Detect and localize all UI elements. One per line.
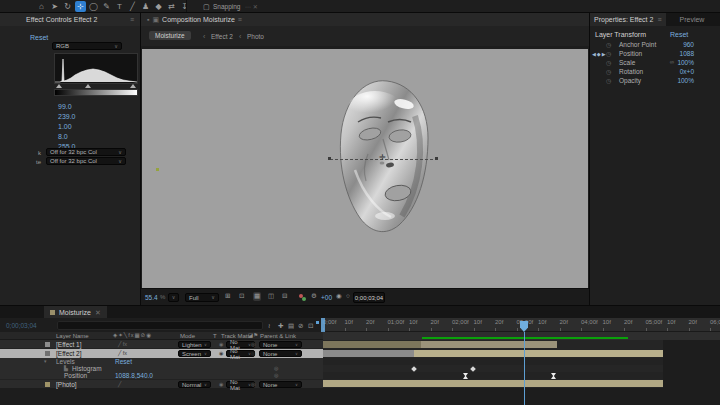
scale-value[interactable]: 100% xyxy=(677,59,694,66)
link-dimensions-icon[interactable]: ∞ xyxy=(670,59,674,65)
snapping-options-icons[interactable]: ⋯ ✕ xyxy=(245,3,258,10)
exposure-value[interactable]: +00 xyxy=(321,294,332,301)
layer-bar-effect2-head[interactable] xyxy=(323,350,414,357)
input-black-value[interactable]: 99.0 xyxy=(58,103,72,110)
selection-handle[interactable] xyxy=(328,157,331,160)
tab-effect-controls[interactable]: Effect Controls Effect 2 ≡ xyxy=(0,13,140,26)
snapshot-camera-icon[interactable]: ◉ xyxy=(336,293,342,300)
levels-gradient-bar[interactable] xyxy=(54,89,138,96)
stopwatch-icon[interactable]: ◷ xyxy=(606,41,611,48)
motion-blur-icon[interactable]: ⊘ xyxy=(298,322,303,330)
draft-3d-icon[interactable]: ✚ xyxy=(278,322,283,330)
pick-whip-icon[interactable]: ◎ xyxy=(274,373,278,378)
layer-row-effect2-selected[interactable]: [Effect 2] ╱ fx Screen∨ ◉ No Mat∨ ◎ None… xyxy=(0,349,323,358)
breadcrumb-photo[interactable]: Photo xyxy=(247,33,264,40)
anchor-point-value[interactable]: 960 xyxy=(683,41,694,48)
clone-stamp-tool-icon[interactable]: ♟ xyxy=(140,1,151,12)
blend-mode-dropdown[interactable]: Lighten∨ xyxy=(178,341,211,348)
rotation-value[interactable]: 0x+0 xyxy=(680,68,694,75)
track-matte-icon[interactable]: ◉ xyxy=(219,342,223,347)
pick-whip-icon[interactable]: ◎ xyxy=(251,382,255,387)
clip-black-dropdown[interactable]: Off for 32 bpc Col ∨ xyxy=(46,148,126,156)
gear-icon[interactable]: ⚙ xyxy=(311,293,317,300)
stopwatch-icon[interactable]: ◷ xyxy=(606,59,611,66)
breadcrumb-effect2[interactable]: Effect 2 xyxy=(211,33,233,40)
region-of-interest-icon[interactable]: ◫ xyxy=(268,293,274,300)
column-layer-name[interactable]: Layer Name xyxy=(56,333,89,339)
selection-tool-icon[interactable]: ➤ xyxy=(49,1,60,12)
parent-dropdown[interactable]: None∨ xyxy=(259,350,302,357)
position-value[interactable]: 1088 xyxy=(680,50,694,57)
keyframe-navigator[interactable]: ◀◆▶ xyxy=(592,51,607,57)
rotation-tool-icon[interactable]: ↻ xyxy=(62,1,73,12)
playhead-line[interactable] xyxy=(524,332,525,405)
levels-histogram[interactable] xyxy=(54,53,138,84)
zoom-level-value[interactable]: 55.4 xyxy=(145,294,158,301)
levels-reset-link[interactable]: Reset xyxy=(30,34,48,41)
property-row-position[interactable]: Position 1088.8,540.0 ◎ xyxy=(0,372,323,379)
pixel-aspect-icon[interactable]: ○ xyxy=(346,293,350,300)
snapping-toggle-icon[interactable]: ▢ xyxy=(203,3,210,11)
stopwatch-icon[interactable]: ◷ xyxy=(606,68,611,75)
shape-tool-icon[interactable]: ◯ xyxy=(88,1,99,12)
column-parent-link[interactable]: Parent & Link xyxy=(260,333,296,339)
output-black-value[interactable]: 8.0 xyxy=(58,133,68,140)
column-t[interactable]: T xyxy=(213,333,217,339)
breadcrumb-current-comp[interactable]: Moisturize xyxy=(149,31,191,40)
panel-menu-icon[interactable]: ≡ xyxy=(657,16,661,23)
gamma-slider[interactable] xyxy=(85,84,91,88)
quality-icon[interactable]: ╱ xyxy=(118,382,121,388)
layer-row-photo[interactable]: [Photo] ╱ Normal∨ ◉ No Mat∨ ◎ None∨ xyxy=(0,379,323,388)
parent-dropdown[interactable]: None∨ xyxy=(259,341,302,348)
composition-canvas[interactable]: ✛ xyxy=(142,49,588,288)
channel-green-icon[interactable] xyxy=(302,297,306,301)
track-matte-icon[interactable]: ◉ xyxy=(219,382,223,387)
snapping-label[interactable]: Snapping xyxy=(213,3,240,10)
panel-menu-icon[interactable]: ≡ xyxy=(130,16,134,23)
panel-menu-icon[interactable]: ≡ xyxy=(238,16,242,23)
opacity-value[interactable]: 100% xyxy=(677,77,694,84)
layer-bar-effect1[interactable] xyxy=(421,341,557,348)
anchor-point-marker[interactable]: ✛ xyxy=(379,154,386,162)
input-black-slider[interactable] xyxy=(56,84,62,88)
selection-handle[interactable] xyxy=(435,157,438,160)
transform-reset-link[interactable]: Reset xyxy=(670,31,688,38)
pick-whip-icon[interactable]: ◎ xyxy=(251,351,255,356)
channel-dropdown[interactable]: RGB ∨ xyxy=(52,42,122,50)
resolution-dropdown[interactable]: Full ∨ xyxy=(185,293,219,302)
input-white-slider[interactable] xyxy=(130,84,136,88)
quality-fx-icons[interactable]: ╱ fx xyxy=(118,342,127,348)
mask-toggle-icon[interactable]: ⊡ xyxy=(239,293,244,300)
tab-properties[interactable]: Properties: Effect 2 ≡ xyxy=(590,13,666,26)
input-white-value[interactable]: 239.0 xyxy=(58,113,76,120)
blend-mode-dropdown[interactable]: Screen∨ xyxy=(178,350,211,357)
blend-mode-dropdown[interactable]: Normal∨ xyxy=(178,381,211,388)
frame-blend-icon[interactable]: ⊡ xyxy=(308,322,313,330)
twirl-open-icon[interactable]: ▾ xyxy=(44,359,47,364)
home-tool-icon[interactable]: ⌂ xyxy=(36,1,47,12)
layer-name[interactable]: [Photo] xyxy=(56,382,77,389)
pick-whip-icon[interactable]: ◎ xyxy=(251,342,255,347)
zoom-dropdown-button[interactable]: ∨ xyxy=(168,293,179,302)
timeline-search-input[interactable] xyxy=(57,321,263,330)
rulers-icon[interactable]: ⊟ xyxy=(282,293,287,300)
layer-bar-effect2[interactable] xyxy=(414,350,663,357)
pen-tool-icon[interactable]: ✎ xyxy=(101,1,112,12)
layer-bar-photo[interactable] xyxy=(323,380,663,387)
effect-row-levels[interactable]: ▾ Levels Reset xyxy=(0,358,323,365)
mini-flowchart-icon[interactable]: ≀ xyxy=(268,322,270,330)
tab-composition[interactable]: ▪ ▣ Composition Moisturize ≡ xyxy=(141,13,589,26)
layer-name[interactable]: [Effect 2] xyxy=(56,351,82,358)
close-icon[interactable]: ✕ xyxy=(95,309,101,317)
puppet-pin-tool-icon[interactable]: ↧ xyxy=(179,1,190,12)
column-mode[interactable]: Mode xyxy=(180,333,195,339)
clip-white-dropdown[interactable]: Off for 32 bpc Col ∨ xyxy=(46,157,126,165)
pan-behind-anchor-tool-icon[interactable]: ⊹ xyxy=(75,1,86,12)
shy-layers-icon[interactable]: ▤ xyxy=(288,322,294,330)
parent-dropdown[interactable]: None∨ xyxy=(259,381,302,388)
timeline-time-display[interactable]: 0;00;03;04 xyxy=(6,322,37,329)
stopwatch-icon[interactable]: ◷ xyxy=(606,77,611,84)
grid-guides-icon[interactable]: ⊞ xyxy=(225,293,230,300)
layer-bar-effect1[interactable] xyxy=(323,341,421,348)
tab-preview[interactable]: Preview xyxy=(680,16,705,23)
